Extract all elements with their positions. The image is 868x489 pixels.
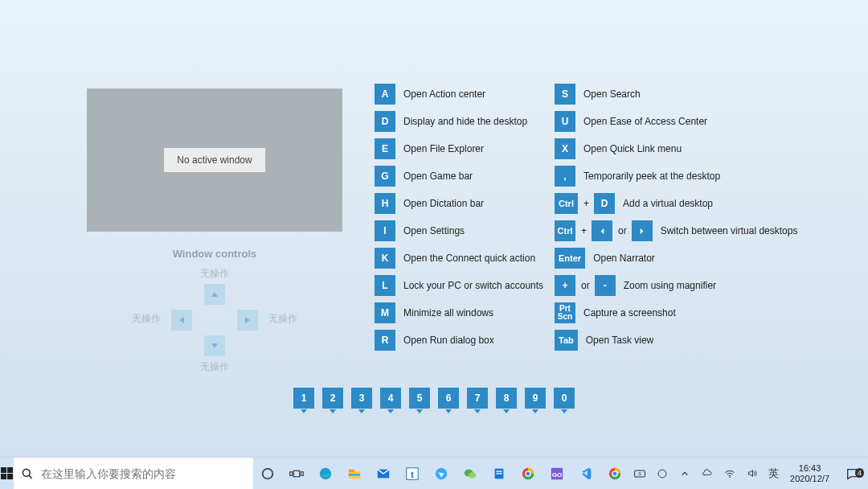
app-chrome[interactable] <box>514 458 542 490</box>
number-switch-1[interactable]: 1 <box>293 388 314 409</box>
shortcut-key: D <box>594 193 615 214</box>
number-switch-3[interactable]: 3 <box>351 388 372 409</box>
shortcut-row: Ctrl+orSwitch between virtual desktops <box>555 217 796 244</box>
svg-rect-18 <box>496 473 502 474</box>
shortcut-row: EnterOpen Narrator <box>555 244 796 272</box>
svg-point-15 <box>469 472 476 478</box>
shortcuts-overlay: No active window Window controls 无操作 无操作… <box>0 0 868 457</box>
app-edge[interactable] <box>311 458 340 490</box>
shortcut-key-prtscn: PrtScn <box>555 302 575 323</box>
start-button[interactable] <box>0 458 14 490</box>
tray-app-1[interactable]: S <box>629 467 650 480</box>
tray-overflow-icon[interactable] <box>674 470 695 478</box>
shortcut-row: TabOpen Task view <box>555 327 796 354</box>
dpad-up-button[interactable] <box>204 284 225 305</box>
shortcut-key: I <box>375 220 395 241</box>
shortcut-key: X <box>555 138 575 159</box>
dpad-right-button[interactable] <box>237 310 258 331</box>
cortana-button[interactable] <box>253 458 282 490</box>
app-mail[interactable] <box>369 458 398 490</box>
app-dingtalk[interactable] <box>427 458 456 490</box>
shortcut-row: AOpen Action center <box>375 80 551 108</box>
svg-point-25 <box>612 471 617 475</box>
app-vscode[interactable] <box>571 458 600 490</box>
shortcut-key-ctrl: Ctrl <box>555 193 578 214</box>
app-goland[interactable]: GO <box>542 458 571 490</box>
app-explorer[interactable] <box>340 458 369 490</box>
app-chrome2[interactable] <box>600 458 629 490</box>
shortcut-desc: Open Narrator <box>593 253 796 264</box>
shortcut-key: L <box>375 275 395 296</box>
search-input[interactable] <box>41 458 253 490</box>
shortcut-row: DDisplay and hide the desktop <box>375 108 551 135</box>
number-switch-4[interactable]: 4 <box>380 388 401 409</box>
shortcut-key: K <box>375 248 395 269</box>
shortcut-key: S <box>555 84 575 105</box>
shortcut-row: Ctrl+DAdd a virtual desktop <box>555 190 796 217</box>
shortcut-row: KOpen the Connect quick action <box>375 244 551 272</box>
window-controls-dpad: 无操作 无操作 无操作 无操作 <box>134 268 295 388</box>
taskbar-search[interactable] <box>14 458 253 490</box>
tray-onedrive-icon[interactable] <box>697 468 718 479</box>
dpad-right-label: 无操作 <box>263 313 303 325</box>
dpad-left-button[interactable] <box>171 310 192 331</box>
shortcut-row: PrtScnCapture a screenshot <box>555 299 796 327</box>
taskview-button[interactable] <box>282 458 311 490</box>
number-switch-6[interactable]: 6 <box>438 388 459 409</box>
svg-text:GO: GO <box>552 471 563 478</box>
svg-text:t: t <box>411 469 414 479</box>
shortcut-desc: Open Ease of Access Center <box>583 116 796 127</box>
shortcut-row: LLock your PC or switch accounts <box>375 272 551 299</box>
plus-label: + <box>583 198 589 209</box>
shortcut-column-right: SOpen SearchUOpen Ease of Access CenterX… <box>555 80 796 354</box>
shortcut-row: HOpen Dictation bar <box>375 190 551 217</box>
shortcut-row: ROpen Run dialog box <box>375 327 551 354</box>
taskbar-tray: S 英 16:43 2020/12/7 4 <box>629 458 868 489</box>
number-switch-7[interactable]: 7 <box>467 388 488 409</box>
tray-wifi-icon[interactable] <box>719 468 740 479</box>
shortcut-desc: Open Game bar <box>403 171 551 182</box>
shortcut-desc: Open the Connect quick action <box>403 253 551 264</box>
svg-text:S: S <box>638 471 641 476</box>
svg-rect-3 <box>293 471 300 477</box>
tray-clock[interactable]: 16:43 2020/12/7 <box>784 463 836 483</box>
number-switch-2[interactable]: 2 <box>322 388 343 409</box>
tray-date: 2020/12/7 <box>790 474 829 484</box>
shortcut-key: H <box>375 193 395 214</box>
shortcut-row: MMinimize all windows <box>375 299 551 327</box>
no-active-window-label: No active window <box>164 148 264 172</box>
shortcut-key: , <box>555 166 575 187</box>
number-switch-8[interactable]: 8 <box>496 388 517 409</box>
svg-point-21 <box>526 471 530 475</box>
shortcut-key: U <box>555 111 575 132</box>
shortcut-desc: Display and hide the desktop <box>403 116 551 127</box>
shortcut-desc: Switch between virtual desktops <box>661 225 798 236</box>
taskbar-apps: t GO <box>253 458 629 489</box>
tray-notifications-button[interactable]: 4 <box>837 466 868 481</box>
or-label: or <box>618 225 627 236</box>
app-wechat[interactable] <box>456 458 485 490</box>
dpad-down-button[interactable] <box>204 335 225 356</box>
plus-label: + <box>581 225 587 236</box>
number-switch-0[interactable]: 0 <box>554 388 575 409</box>
app-t[interactable]: t <box>398 458 427 490</box>
shortcut-desc: Lock your PC or switch accounts <box>403 280 551 291</box>
shortcut-desc: Temporarily peek at the desktop <box>583 171 796 182</box>
tray-ime-label[interactable]: 英 <box>764 466 782 481</box>
number-switch-5[interactable]: 5 <box>409 388 430 409</box>
svg-point-28 <box>658 470 666 478</box>
or-label: or <box>581 280 590 291</box>
tray-volume-icon[interactable] <box>742 467 763 479</box>
tray-app-2[interactable] <box>652 468 673 479</box>
number-switch-9[interactable]: 9 <box>525 388 546 409</box>
shortcut-column-left: AOpen Action centerDDisplay and hide the… <box>375 80 551 354</box>
app-notes[interactable] <box>485 458 514 490</box>
arrow-right-icon <box>632 220 653 241</box>
arrow-left-icon <box>592 220 612 241</box>
shortcut-row: XOpen Quick Link menu <box>555 135 796 162</box>
shortcut-desc: Add a virtual desktop <box>623 198 796 209</box>
shortcut-desc: Open Dictation bar <box>403 198 551 209</box>
shortcut-key: R <box>375 330 395 351</box>
shortcut-desc: Open Task view <box>586 335 796 346</box>
shortcut-row: SOpen Search <box>555 80 796 108</box>
